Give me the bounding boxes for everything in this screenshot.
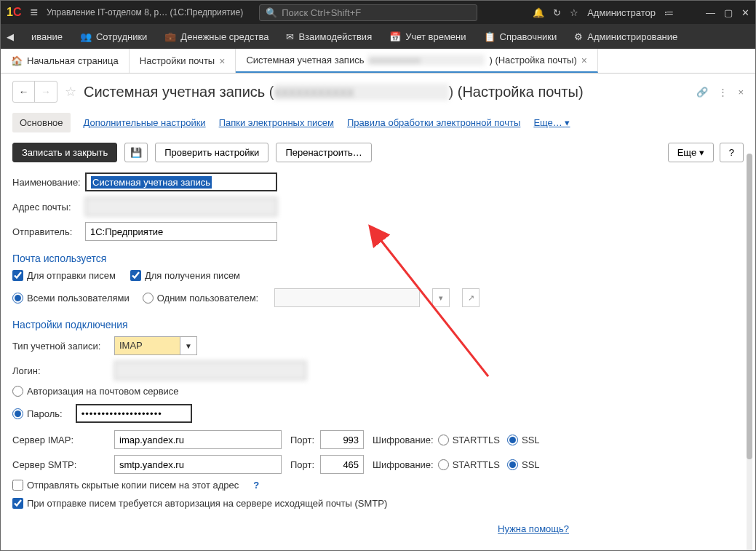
imap-port-input[interactable] — [320, 430, 364, 449]
mail-icon: ✉ — [286, 31, 294, 42]
open-icon[interactable]: ↗ — [462, 288, 480, 307]
imap-label: Сервер IMAP: — [12, 435, 114, 445]
page-title: Системная учетная запись (xxxxxxxxxxx) (… — [84, 84, 584, 100]
section-additional[interactable]: Дополнительные настройки — [84, 117, 206, 128]
help-link[interactable]: Нужна помощь? — [498, 523, 569, 534]
maximize-icon[interactable]: ▢ — [724, 7, 733, 18]
enc-label: Шифрование: — [373, 459, 434, 470]
check-button[interactable]: Проверить настройки — [155, 143, 268, 162]
imap-server-input[interactable] — [114, 430, 282, 449]
floppy-icon: 💾 — [130, 147, 142, 158]
smtp-ssl-radio[interactable]: SSL — [507, 459, 540, 470]
sender-label: Отправитель: — [12, 226, 85, 237]
minimize-icon[interactable]: — — [706, 7, 715, 18]
bell-icon[interactable]: 🔔 — [533, 7, 544, 18]
section-folders[interactable]: Папки электронных писем — [219, 117, 334, 128]
menu-money[interactable]: 💼Денежные средства — [164, 31, 268, 42]
imap-ssl-radio[interactable]: SSL — [507, 435, 540, 445]
chevron-down-icon: ▾ — [565, 117, 570, 128]
favorite-icon[interactable]: ☆ — [65, 84, 76, 100]
menu-time[interactable]: 📅Учет времени — [389, 31, 466, 42]
enc-label: Шифрование: — [373, 435, 434, 445]
section-main[interactable]: Основное — [12, 113, 71, 132]
menu-interactions[interactable]: ✉Взаимодействия — [286, 31, 372, 42]
auth-service-radio[interactable]: Авторизация на почтовом сервисе — [12, 386, 179, 397]
menu-employees-prev[interactable]: ивание — [31, 31, 63, 42]
login-label: Логин: — [12, 365, 114, 376]
menu-employees[interactable]: 👥Сотрудники — [80, 31, 147, 42]
app-logo: 1С — [7, 6, 21, 19]
dropdown-icon[interactable]: ▾ — [432, 288, 450, 307]
section-more[interactable]: Еще… ▾ — [533, 117, 570, 128]
gear-icon: ⚙ — [574, 31, 583, 42]
help-icon[interactable]: ? — [253, 480, 259, 491]
forward-button[interactable]: → — [35, 82, 57, 102]
chevron-down-icon: ▾ — [699, 147, 704, 158]
sender-input[interactable] — [85, 222, 277, 241]
usage-section-title: Почта используется — [12, 253, 744, 264]
close-window-icon[interactable]: ✕ — [741, 7, 749, 18]
port-label: Порт: — [290, 459, 314, 470]
menu-admin[interactable]: ⚙Администрирование — [574, 31, 677, 42]
close-icon[interactable]: × — [219, 55, 225, 67]
tab-home[interactable]: 🏠Начальная страница — [1, 49, 130, 73]
smtp-port-input[interactable] — [320, 455, 364, 474]
login-input[interactable] — [114, 361, 306, 380]
history-icon[interactable]: ↻ — [553, 7, 561, 18]
home-icon: 🏠 — [11, 55, 23, 66]
settings-icon[interactable]: ≔ — [664, 7, 674, 18]
address-label: Адрес почты: — [12, 202, 85, 213]
window-title: Управление IT-отделом 8, р… (1С:Предприя… — [47, 7, 243, 17]
more-icon[interactable]: ⋮ — [718, 87, 728, 98]
save-button[interactable]: 💾 — [124, 143, 148, 162]
menu-icon[interactable]: ≡ — [30, 5, 38, 20]
people-icon: 👥 — [80, 31, 92, 42]
type-label: Тип учетной записи: — [12, 341, 114, 352]
type-select[interactable]: IMAP ▼ — [114, 336, 197, 355]
receive-checkbox[interactable]: Для получения писем — [130, 270, 240, 281]
address-input[interactable] — [85, 197, 277, 216]
save-close-button[interactable]: Записать и закрыть — [12, 143, 117, 162]
more-button[interactable]: Еще ▾ — [668, 143, 714, 162]
smtp-label: Сервер SMTP: — [12, 459, 114, 470]
smtp-server-input[interactable] — [114, 455, 282, 474]
password-input[interactable] — [76, 404, 192, 423]
smtp-auth-checkbox[interactable]: При отправке писем требуется авторизация… — [12, 498, 387, 509]
all-users-radio[interactable]: Всеми пользователями — [12, 293, 130, 304]
password-radio[interactable]: Пароль: — [12, 408, 63, 419]
connection-section-title: Настройки подключения — [12, 319, 744, 330]
link-icon[interactable]: 🔗 — [696, 87, 708, 98]
user-name[interactable]: Администратор — [587, 7, 656, 18]
nav-left-icon[interactable]: ◀ — [7, 31, 14, 42]
name-label: Наименование: — [12, 177, 85, 188]
back-button[interactable]: ← — [13, 82, 35, 102]
bcc-checkbox[interactable]: Отправлять скрытые копии писем на этот а… — [12, 480, 239, 491]
help-button[interactable]: ? — [720, 143, 744, 162]
star-icon[interactable]: ☆ — [570, 7, 578, 18]
name-input[interactable]: Системная учетная запись — [85, 173, 277, 191]
tab-account[interactable]: Системная учетная записьxxxxxxxxxxx) (На… — [236, 49, 598, 73]
search-input[interactable]: 🔍 Поиск Ctrl+Shift+F — [259, 4, 477, 21]
user-select[interactable] — [274, 288, 420, 307]
book-icon: 📋 — [484, 31, 496, 42]
wallet-icon: 💼 — [164, 31, 176, 42]
port-label: Порт: — [290, 435, 314, 445]
chevron-down-icon[interactable]: ▼ — [180, 336, 197, 355]
reconfigure-button[interactable]: Перенастроить… — [276, 143, 371, 162]
one-user-radio[interactable]: Одним пользователем: — [143, 293, 258, 304]
close-page-icon[interactable]: × — [738, 87, 744, 98]
section-rules[interactable]: Правила обработки электронной почты — [347, 117, 520, 128]
search-icon: 🔍 — [266, 7, 277, 18]
imap-starttls-radio[interactable]: STARTTLS — [438, 435, 500, 445]
tab-mail-settings[interactable]: Настройки почты× — [130, 49, 236, 73]
close-icon[interactable]: × — [581, 55, 587, 66]
smtp-starttls-radio[interactable]: STARTTLS — [438, 459, 500, 470]
scrollbar[interactable] — [747, 154, 752, 551]
send-checkbox[interactable]: Для отправки писем — [12, 270, 116, 281]
menu-refs[interactable]: 📋Справочники — [484, 31, 557, 42]
calendar-icon: 📅 — [389, 31, 401, 42]
